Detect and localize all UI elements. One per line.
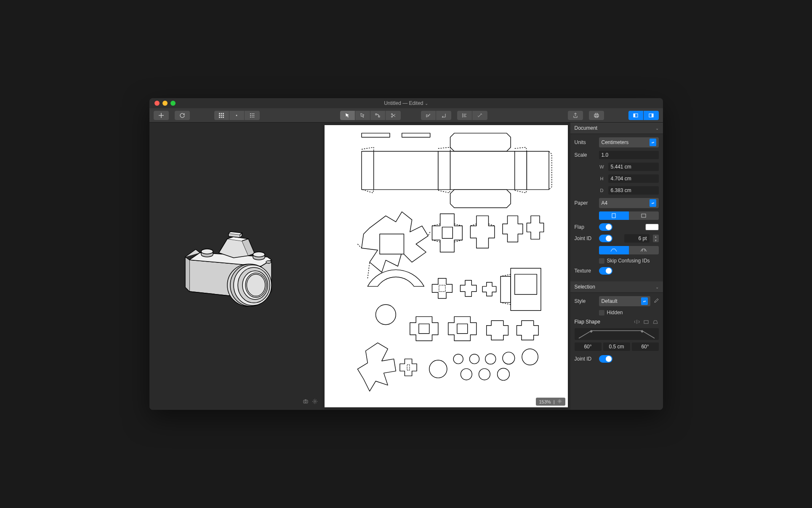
svg-rect-72 [612,214,615,218]
join-icon [375,112,381,118]
document-panel-body: Units Centimeters ▴▾ Scale 1.0 W 5.441 c… [570,134,663,281]
svg-rect-17 [252,117,253,118]
edit-style-icon[interactable] [654,298,659,305]
svg-rect-45 [362,133,390,137]
zoom-gear-icon[interactable] [557,399,562,404]
texture-switch[interactable] [599,267,612,275]
flap-handle-left[interactable]: ◆ [590,329,593,333]
view-inspector-button[interactable] [644,111,659,120]
skip-confusing-checkbox[interactable] [599,258,604,264]
flap-depth-input[interactable]: 0.5 cm [603,342,630,351]
svg-rect-7 [221,117,222,118]
width-label: W [599,164,605,169]
scissors-icon [390,112,396,118]
flip-button[interactable] [436,111,451,120]
minimize-window-button[interactable] [162,101,168,106]
dot-icon [234,112,240,118]
grid-small-button[interactable] [245,111,260,120]
joint-id-inside-button[interactable] [599,246,629,254]
paper-canvas[interactable] [325,125,568,407]
joint-id-size-input[interactable]: 6 pt [624,234,650,243]
flap-switch[interactable] [599,223,612,231]
viewport-2d[interactable]: 153% | [322,123,570,410]
window-title[interactable]: Untitled — Edited ⌄ [384,100,428,106]
grid-large-button[interactable] [214,111,229,120]
selection-header-label: Selection [575,284,595,290]
style-select[interactable]: Default ▴▾ [599,296,650,306]
flap-preset-1-icon[interactable] [643,319,650,325]
viewport-3d[interactable] [149,123,322,410]
flap-angle-left-input[interactable]: 60° [575,342,602,351]
hidden-label: Hidden [607,310,623,315]
svg-rect-2 [223,113,224,114]
cursor-icon [344,112,350,118]
svg-rect-3 [219,115,220,116]
share-button[interactable] [568,111,583,120]
svg-rect-48 [373,151,438,190]
width-input[interactable]: 5.441 cm [608,163,659,171]
chevron-down-icon: ⌄ [655,285,659,289]
svg-rect-60 [418,324,429,334]
select-tool-button[interactable] [340,111,355,120]
join-tool-button[interactable] [370,111,386,120]
panel-left-icon [633,112,639,118]
svg-point-70 [497,368,509,380]
direct-select-button[interactable] [355,111,370,120]
landscape-button[interactable] [629,211,659,220]
svg-rect-15 [253,115,254,116]
mirror-icon[interactable] [634,319,640,325]
style-label: Style [575,298,596,304]
close-window-button[interactable] [154,101,160,106]
cursor-outline-icon [359,112,365,118]
svg-rect-4 [221,115,222,116]
svg-rect-53 [380,234,404,254]
zoom-level[interactable]: 153% [539,399,551,404]
selection-panel-header[interactable]: Selection ⌄ [570,281,663,293]
zoom-indicator: 153% | [536,398,565,406]
svg-rect-0 [219,113,220,114]
svg-rect-50 [450,151,514,190]
add-button[interactable] [154,111,169,120]
print-icon [594,112,599,118]
gear-icon[interactable] [312,398,318,406]
rotate-icon [425,112,431,118]
flap-outside-icon [640,248,647,252]
flap-preset-2-icon[interactable] [652,319,659,325]
magic-button[interactable] [472,111,487,120]
joint-id-switch[interactable] [599,235,612,242]
joint-id-outside-button[interactable] [629,246,659,254]
joint-id-label: Joint ID [575,235,596,241]
align-button[interactable] [457,111,472,120]
refresh-icon [179,112,185,118]
portrait-button[interactable] [599,211,629,220]
depth-input[interactable]: 6.383 cm [608,186,659,195]
flap-inside-icon [610,248,618,252]
grid-dot-button[interactable] [229,111,245,120]
view-3d-button[interactable] [628,111,644,120]
paper-select[interactable]: A4 ▴▾ [599,198,659,208]
flap-shape-editor[interactable]: ◆ ◆ [575,328,659,340]
svg-point-43 [305,401,306,403]
flap-angle-right-input[interactable]: 60° [632,342,659,351]
units-select[interactable]: Centimeters ▴▾ [599,137,659,147]
refresh-button[interactable] [175,111,190,120]
print-button[interactable] [589,111,604,120]
joint-id-stepper[interactable]: ▴▾ [653,235,659,242]
panel-right-icon [648,112,654,118]
selection-joint-id-switch[interactable] [599,355,612,363]
scale-label: Scale [575,152,596,158]
traffic-lights [154,101,176,106]
scale-input[interactable]: 1.0 [599,151,659,159]
scissors-tool-button[interactable] [386,111,401,120]
hidden-checkbox[interactable] [599,310,604,315]
svg-rect-73 [642,214,646,217]
height-input[interactable]: 4.704 cm [608,174,659,183]
maximize-window-button[interactable] [170,101,176,106]
rotate-button[interactable] [421,111,436,120]
flap-color-swatch[interactable] [645,224,659,230]
camera-icon[interactable] [303,398,309,406]
flap-handle-right[interactable]: ◆ [641,329,644,333]
document-panel-header[interactable]: Document ⌄ [570,123,663,134]
svg-rect-27 [634,114,635,117]
svg-point-31 [201,249,213,254]
